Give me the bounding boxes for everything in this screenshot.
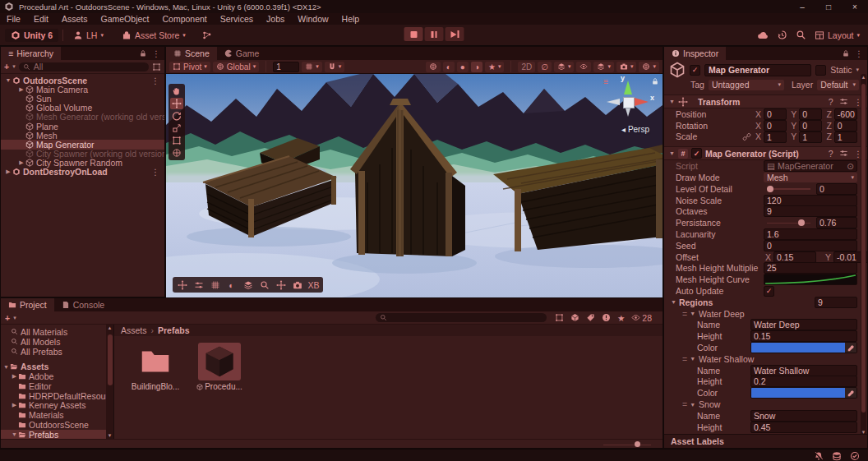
folder-kenney[interactable]: ▶ Kenney Assets: [1, 401, 106, 411]
inspector-scrollbar[interactable]: ▲ ▼: [861, 74, 866, 436]
expand-arrow[interactable]: ▶: [11, 402, 18, 408]
hierarchy-item[interactable]: ▶ Main Camera: [1, 85, 164, 94]
hierarchy-item[interactable]: Plane: [1, 122, 164, 131]
overlay-layers-button[interactable]: [240, 279, 256, 291]
overlay-move-button[interactable]: [174, 279, 190, 291]
region-name-field[interactable]: Water Deep: [750, 319, 857, 330]
breadcrumb-current[interactable]: Prefabs: [158, 325, 190, 335]
octaves-field[interactable]: 9: [764, 205, 857, 217]
panel-menu-icon[interactable]: ⋮: [152, 48, 161, 58]
tab-inspector[interactable]: Inspector: [664, 47, 726, 60]
persistance-slider[interactable]: [767, 218, 810, 228]
foldout-arrow[interactable]: ▼: [690, 402, 695, 408]
overlay-tool-settings-button[interactable]: [191, 279, 206, 291]
debug-layers-dropdown[interactable]: ▾: [593, 62, 614, 72]
search-filter-icon[interactable]: [152, 62, 161, 71]
foldout-arrow[interactable]: ▼: [669, 99, 675, 104]
grid-size-field[interactable]: 1: [273, 62, 299, 72]
overlay-zoom-button[interactable]: [256, 279, 272, 291]
package-icon[interactable]: [570, 313, 579, 322]
hierarchy-item[interactable]: Sun: [1, 94, 164, 103]
tag-dropdown[interactable]: Untagged▾: [709, 80, 784, 90]
favorite-all-materials[interactable]: All Materials: [1, 327, 106, 337]
grid-snap-dropdown[interactable]: ▾: [302, 62, 322, 72]
play-button[interactable]: [404, 27, 423, 41]
scene-visibility-toggle[interactable]: [576, 62, 591, 72]
region-color-field[interactable]: [750, 342, 857, 353]
transform-header[interactable]: ▼ Transform ? ⋮: [664, 95, 867, 108]
region-color-field[interactable]: [750, 387, 857, 399]
step-button[interactable]: [446, 27, 464, 41]
menu-edit[interactable]: Edit: [27, 14, 55, 24]
lock-icon[interactable]: [842, 49, 850, 58]
breadcrumb-root[interactable]: Assets: [121, 325, 147, 335]
lock-icon[interactable]: [139, 49, 147, 58]
rotate-tool[interactable]: [170, 110, 183, 122]
foldout-arrow[interactable]: ▼: [690, 356, 695, 362]
gizmo-down-cone[interactable]: [626, 108, 630, 117]
folder-editor[interactable]: Editor: [1, 381, 106, 391]
overlay-grid-button[interactable]: [207, 279, 223, 291]
hierarchy-item-disabled[interactable]: City Spawner (working old version): [1, 150, 164, 159]
search-by-type-icon[interactable]: [555, 313, 564, 322]
draw-mode-dropdown[interactable]: Mesh▾: [764, 173, 857, 182]
regions-count-field[interactable]: 9: [815, 297, 857, 308]
scale-z-field[interactable]: 1: [834, 131, 857, 143]
maximize-button[interactable]: □: [815, 0, 842, 13]
hierarchy-item[interactable]: ▶ City Spawner Random: [1, 159, 164, 168]
gizmo-x-cone[interactable]: [635, 98, 649, 106]
label-icon[interactable]: [586, 313, 595, 322]
rect-tool[interactable]: [170, 135, 183, 146]
scene-viewport[interactable]: ◐ XB ≡ y x ◂ Persp: [166, 74, 663, 297]
menu-assets[interactable]: Assets: [55, 14, 95, 24]
menu-window[interactable]: Window: [291, 14, 335, 24]
panel-menu-icon[interactable]: ⋮: [855, 48, 864, 58]
menu-help[interactable]: Help: [335, 14, 367, 24]
perspective-label[interactable]: ◂ Persp: [621, 125, 649, 134]
regions-header-row[interactable]: ▼ Regions 9: [664, 297, 867, 308]
color-swatch[interactable]: [751, 343, 845, 353]
close-button[interactable]: ×: [842, 0, 868, 13]
audio-dropdown[interactable]: ▾: [554, 62, 575, 72]
folder-prefabs-selected[interactable]: ▼ Prefabs: [1, 430, 106, 439]
hierarchy-item-selected[interactable]: Map Generator: [1, 140, 164, 149]
expand-arrow[interactable]: ▼: [4, 77, 12, 83]
expand-arrow[interactable]: ▶: [4, 168, 12, 175]
add-asset-dropdown[interactable]: ▾: [13, 315, 16, 321]
offset-x-field[interactable]: 0.15: [773, 251, 816, 263]
menu-services[interactable]: Services: [214, 14, 260, 24]
map-generator-script-header[interactable]: ▼ # ✓ Map Generator (Script) ? ⋮: [664, 146, 867, 160]
lod-value-field[interactable]: 0: [816, 183, 857, 195]
asset-store-dropdown[interactable]: Asset Store▾: [116, 29, 192, 42]
position-y-field[interactable]: 0: [799, 108, 822, 120]
add-asset-button[interactable]: +: [5, 313, 10, 323]
notifications-muted-icon[interactable]: [814, 451, 824, 461]
lighting-off-toggle[interactable]: ∅: [538, 62, 552, 72]
pivot-dropdown[interactable]: Pivot▾: [169, 62, 210, 72]
foldout-arrow[interactable]: ▼: [671, 299, 676, 305]
hierarchy-item-disabled[interactable]: Mesh Generator (working old version): [1, 113, 164, 122]
scale-tool[interactable]: [170, 122, 183, 134]
gizmos-dropdown[interactable]: ▾: [639, 62, 659, 72]
presets-icon[interactable]: [839, 149, 848, 158]
progress-ok-icon[interactable]: [850, 451, 860, 461]
favorite-all-models[interactable]: All Models: [1, 337, 106, 347]
handle-space-dropdown[interactable]: Global▾: [213, 62, 259, 72]
drag-handle-icon[interactable]: =: [682, 399, 686, 409]
rotation-z-field[interactable]: 0: [834, 120, 857, 131]
folder-materials[interactable]: Materials: [1, 410, 106, 420]
asset-tile-buildingblocks[interactable]: BuildingBlo...: [129, 343, 182, 391]
region-height-field[interactable]: 0.2: [750, 376, 857, 387]
overlay-camera-button[interactable]: [289, 279, 305, 291]
script-enabled-checkbox[interactable]: ✓: [691, 148, 702, 159]
move-tool[interactable]: [170, 98, 183, 109]
warning-filter-icon[interactable]: [602, 313, 611, 322]
scrollbar-thumb[interactable]: [861, 84, 866, 413]
expand-arrow[interactable]: ▶: [17, 159, 25, 166]
cloud-icon[interactable]: [757, 30, 769, 41]
foldout-arrow[interactable]: ▼: [669, 150, 675, 156]
overlay-pan-button[interactable]: [273, 279, 289, 291]
pause-button[interactable]: [425, 27, 444, 41]
mesh-height-curve-field[interactable]: [764, 274, 857, 285]
mesh-height-multiplier-field[interactable]: 25: [764, 262, 857, 274]
